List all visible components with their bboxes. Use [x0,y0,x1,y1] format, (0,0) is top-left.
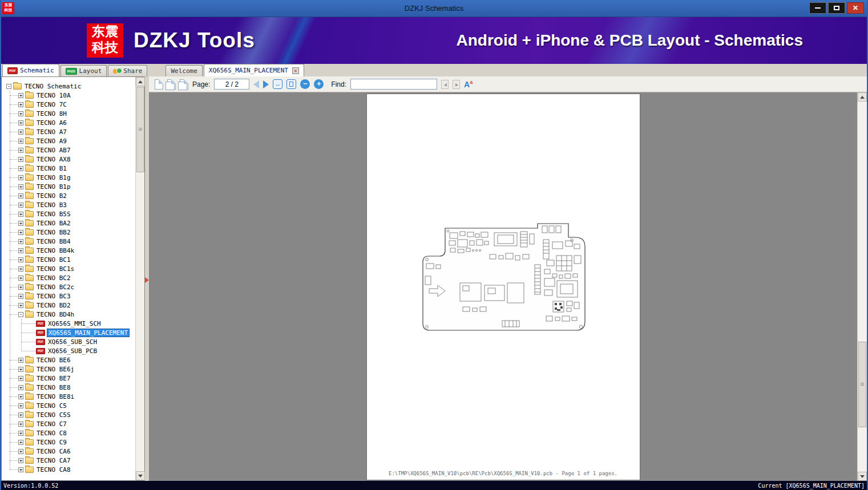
doc-tab-main-placement[interactable]: XQ656S_MAIN_PLACEMENT ✕ [204,64,304,76]
tree-item-label[interactable]: TECNO BD4h [35,311,75,318]
document-scrollbar[interactable] [857,92,867,481]
tree-expander-icon[interactable]: + [18,358,23,363]
doc-tab-welcome[interactable]: Welcome [165,65,202,76]
tree-item-folder[interactable]: +TECNO C5S [2,410,135,419]
tree-item-label[interactable]: TECNO BD2 [35,302,72,309]
schematic-tree[interactable]: -TECNO Schematic+TECNO 10A+TECNO 7C+TECN… [2,77,135,480]
tree-item-label[interactable]: TECNO C5S [35,411,72,419]
tree-item-label[interactable]: TECNO A9 [35,137,68,145]
tree-item-folder[interactable]: +TECNO 8H [2,109,135,118]
tree-expander-icon[interactable]: + [18,166,23,171]
tree-expander-icon[interactable]: + [18,139,23,144]
tree-item-folder[interactable]: +TECNO BD2 [2,301,135,310]
tree-expander-icon[interactable]: + [18,212,23,217]
tree-item-folder[interactable]: +TECNO A9 [2,136,135,145]
tree-item-folder[interactable]: +TECNO B2 [2,191,135,200]
tree-expander-icon[interactable]: + [18,111,23,116]
tree-item-label[interactable]: XQ656_SUB_PCB [47,347,98,355]
tree-item-folder[interactable]: +TECNO BE7 [2,374,135,383]
tree-item-label[interactable]: TECNO B1 [35,165,68,172]
find-previous-icon[interactable] [441,80,449,89]
doc-scroll-up-button[interactable] [858,92,867,102]
tree-item-folder[interactable]: +TECNO C7 [2,419,135,428]
tree-item-label[interactable]: TECNO A7 [35,128,68,136]
tree-item-folder[interactable]: +TECNO CA6 [2,447,135,456]
tree-item-folder[interactable]: +TECNO CA7 [2,456,135,465]
tree-item-folder[interactable]: +TECNO BC2 [2,273,135,282]
fit-width-icon[interactable]: ↔ [273,79,282,89]
tree-item-label[interactable]: XQ656_SUB_SCH [47,338,98,346]
page-input[interactable] [214,79,249,90]
tree-item-folder[interactable]: +TECNO AB7 [2,145,135,155]
tree-item-folder[interactable]: +TECNO BC3 [2,291,135,301]
tree-item-label[interactable]: TECNO AX8 [35,156,72,163]
tree-item-label[interactable]: TECNO 7C [35,101,68,108]
tree-item-label[interactable]: TECNO AB7 [35,147,72,154]
tree-item-folder[interactable]: +TECNO BC2c [2,282,135,291]
tree-item-file[interactable]: PDFXQ656S_MAIN_PLACEMENT [2,328,135,337]
tree-expander-icon[interactable]: + [18,266,23,272]
tree-expander-icon[interactable]: + [18,148,23,153]
find-next-icon[interactable] [453,80,460,89]
tree-item-label[interactable]: TECNO A6 [35,119,68,127]
tab-close-icon[interactable]: ✕ [292,67,299,74]
tree-expander-icon[interactable]: + [18,422,23,427]
tree-expander-icon[interactable]: + [18,93,23,98]
tree-item-folder[interactable]: +TECNO BE8i [2,392,135,401]
tree-scroll-up-button[interactable] [136,77,145,86]
tree-expander-icon[interactable]: + [18,239,23,244]
fit-page-icon[interactable] [286,79,296,89]
zoom-out-icon[interactable]: − [300,79,310,89]
panel-splitter[interactable] [145,76,149,481]
tree-expander-icon[interactable]: + [18,467,23,472]
tree-expander-icon[interactable]: - [6,84,11,89]
tree-item-label[interactable]: XQ656S_MAIN_PLACEMENT [47,329,130,337]
tree-item-folder[interactable]: +TECNO BC1s [2,264,135,273]
tree-item-label[interactable]: TECNO B1p [35,183,72,191]
tree-expander-icon[interactable]: + [18,221,23,226]
tree-item-label[interactable]: TECNO BB4k [35,247,75,254]
tree-item-folder[interactable]: +TECNO B1p [2,182,135,191]
tree-item-label[interactable]: TECNO 10A [35,92,72,99]
tree-item-file[interactable]: PDFXQ656_SUB_PCB [2,346,135,355]
tree-expander-icon[interactable]: + [18,248,23,253]
tree-expander-icon[interactable]: + [18,184,23,189]
doc-scrollbar-thumb[interactable] [858,342,866,427]
tree-expander-icon[interactable]: - [18,312,23,317]
tree-expander-icon[interactable]: + [18,157,23,162]
maximize-button[interactable] [828,2,845,14]
tree-item-label[interactable]: TECNO BB4 [35,238,72,245]
tab-layout[interactable]: PADS Layout [60,65,107,76]
tree-item-folder[interactable]: +TECNO B1 [2,164,135,173]
tree-item-label[interactable]: TECNO C5 [35,402,68,410]
tree-item-label[interactable]: TECNO C9 [35,439,68,446]
tree-item-folder[interactable]: +TECNO C8 [2,428,135,438]
tree-expander-icon[interactable]: + [18,403,23,408]
tree-expander-icon[interactable]: + [18,385,23,390]
tree-item-label[interactable]: TECNO CA7 [35,457,72,464]
splitter-collapse-icon[interactable] [145,277,149,283]
tree-expander-icon[interactable]: + [18,175,23,180]
tree-item-label[interactable]: TECNO BC2c [35,284,75,291]
tree-item-label[interactable]: TECNO BE6 [35,357,72,364]
tree-item-folder[interactable]: -TECNO Schematic [2,82,135,91]
tree-item-label[interactable]: TECNO BE6j [35,366,75,373]
tree-scroll-down-button[interactable] [136,471,145,480]
zoom-in-icon[interactable]: + [314,79,324,89]
tree-item-folder[interactable]: +TECNO AX8 [2,155,135,164]
tree-item-folder[interactable]: +TECNO C5 [2,401,135,410]
tree-item-label[interactable]: TECNO BE8 [35,384,72,391]
tree-item-label[interactable]: TECNO Schematic [23,83,82,90]
tree-item-folder[interactable]: +TECNO B5S [2,209,135,218]
facing-pages-view-icon[interactable] [167,79,176,90]
tree-item-label[interactable]: TECNO B1g [35,174,72,181]
doc-scroll-down-button[interactable] [858,472,867,481]
tree-item-folder[interactable]: +TECNO CA8 [2,465,135,474]
tree-expander-icon[interactable]: + [18,294,23,299]
tree-item-label[interactable]: XQ656S_MMI_SCH [47,320,102,327]
tree-item-label[interactable]: TECNO C8 [35,430,68,437]
tree-expander-icon[interactable]: + [18,412,23,418]
tree-item-label[interactable]: TECNO BC1 [35,256,72,264]
tree-expander-icon[interactable]: + [18,193,23,199]
tree-item-label[interactable]: TECNO C7 [35,420,68,428]
